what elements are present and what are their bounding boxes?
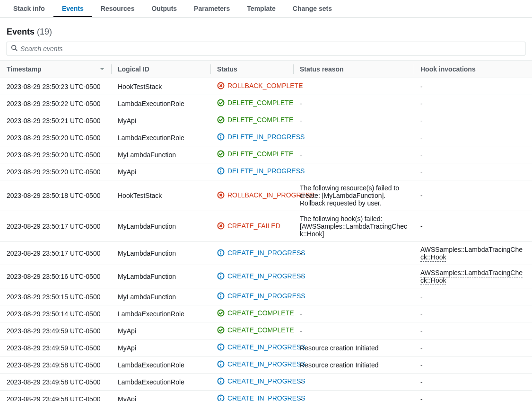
tab-outputs[interactable]: Outputs xyxy=(143,0,185,17)
hook-link[interactable]: AWSSamples::LambdaTracingCheck::Hook xyxy=(420,246,523,262)
table-row: 2023-08-29 23:49:59 UTC-0500MyApiCREATE_… xyxy=(0,339,532,356)
table-row: 2023-08-29 23:50:22 UTC-0500LambdaExecut… xyxy=(0,95,532,112)
cell-timestamp: 2023-08-29 23:49:58 UTC-0500 xyxy=(0,374,111,391)
search-box[interactable] xyxy=(7,42,525,55)
tab-template[interactable]: Template xyxy=(238,0,284,17)
svg-line-1 xyxy=(16,49,17,51)
info-icon xyxy=(217,272,225,281)
cell-hook: AWSSamples::LambdaTracingCheck::Hook xyxy=(414,265,532,288)
cell-hook: - xyxy=(414,112,532,129)
status-text: CREATE_COMPLETE xyxy=(227,326,294,334)
cell-timestamp: 2023-08-29 23:50:14 UTC-0500 xyxy=(0,305,111,322)
cell-timestamp: 2023-08-29 23:50:17 UTC-0500 xyxy=(0,242,111,265)
cell-logical-id: LambdaExecutionRole xyxy=(111,129,210,146)
events-section-header: Events (19) xyxy=(0,18,532,42)
table-row: 2023-08-29 23:49:58 UTC-0500MyApiCREATE_… xyxy=(0,391,532,401)
hook-link[interactable]: AWSSamples::LambdaTracingCheck::Hook xyxy=(420,269,523,285)
cell-reason: Resource creation Initiated xyxy=(293,356,414,374)
cell-timestamp: 2023-08-29 23:50:20 UTC-0500 xyxy=(0,163,111,180)
cell-timestamp: 2023-08-29 23:50:20 UTC-0500 xyxy=(0,146,111,163)
cell-hook: - xyxy=(414,288,532,305)
table-row: 2023-08-29 23:50:15 UTC-0500MyLambdaFunc… xyxy=(0,288,532,305)
cell-hook: - xyxy=(414,180,532,211)
cell-logical-id: MyApi xyxy=(111,339,210,356)
events-count: (19) xyxy=(37,27,52,36)
cell-timestamp: 2023-08-29 23:50:23 UTC-0500 xyxy=(0,78,111,95)
error-icon xyxy=(217,191,225,200)
cell-reason: - xyxy=(293,242,414,265)
cell-reason: The following resource(s) failed to crea… xyxy=(293,180,414,211)
cell-timestamp: 2023-08-29 23:49:59 UTC-0500 xyxy=(0,339,111,356)
col-timestamp[interactable]: Timestamp xyxy=(0,61,111,78)
cell-logical-id: MyLambdaFunction xyxy=(111,265,210,288)
info-icon xyxy=(217,343,225,352)
cell-status: CREATE_FAILED xyxy=(210,211,293,242)
cell-status: CREATE_IN_PROGRESS xyxy=(210,242,293,265)
cell-logical-id: MyApi xyxy=(111,112,210,129)
cell-timestamp: 2023-08-29 23:49:58 UTC-0500 xyxy=(0,391,111,401)
table-row: 2023-08-29 23:50:17 UTC-0500MyLambdaFunc… xyxy=(0,242,532,265)
success-icon xyxy=(217,326,225,335)
cell-hook: - xyxy=(414,146,532,163)
info-icon xyxy=(217,360,225,369)
cell-logical-id: LambdaExecutionRole xyxy=(111,356,210,374)
cell-hook: AWSSamples::LambdaTracingCheck::Hook xyxy=(414,242,532,265)
status-text: CREATE_IN_PROGRESS xyxy=(227,249,305,257)
cell-timestamp: 2023-08-29 23:49:58 UTC-0500 xyxy=(0,356,111,374)
table-header-row: Timestamp Logical ID Status Status reaso… xyxy=(0,61,532,78)
col-logical-id[interactable]: Logical ID xyxy=(111,61,210,78)
tab-stack-info[interactable]: Stack info xyxy=(5,0,53,17)
cell-reason: - xyxy=(293,146,414,163)
status-text: CREATE_IN_PROGRESS xyxy=(227,343,305,351)
cell-logical-id: LambdaExecutionRole xyxy=(111,305,210,322)
cell-status: CREATE_IN_PROGRESS xyxy=(210,265,293,288)
info-icon xyxy=(217,292,225,301)
svg-point-0 xyxy=(12,45,16,50)
info-icon xyxy=(217,133,225,142)
search-wrapper xyxy=(0,42,532,60)
status-text: DELETE_COMPLETE xyxy=(227,99,293,107)
col-hook-label: Hook invocations xyxy=(420,65,476,73)
cell-reason: - xyxy=(293,305,414,322)
cell-logical-id: LambdaExecutionRole xyxy=(111,95,210,112)
status-text: DELETE_IN_PROGRESS xyxy=(227,133,305,141)
cell-timestamp: 2023-08-29 23:50:16 UTC-0500 xyxy=(0,265,111,288)
cell-status: CREATE_IN_PROGRESS xyxy=(210,339,293,356)
cell-timestamp: 2023-08-29 23:50:18 UTC-0500 xyxy=(0,180,111,211)
cell-logical-id: MyApi xyxy=(111,163,210,180)
col-reason[interactable]: Status reason xyxy=(293,61,414,78)
tab-parameters[interactable]: Parameters xyxy=(185,0,238,17)
search-input[interactable] xyxy=(20,45,521,53)
cell-timestamp: 2023-08-29 23:49:59 UTC-0500 xyxy=(0,322,111,339)
cell-status: CREATE_IN_PROGRESS xyxy=(210,288,293,305)
status-text: CREATE_IN_PROGRESS xyxy=(227,377,305,385)
cell-hook: - xyxy=(414,391,532,401)
cell-reason: - xyxy=(293,288,414,305)
cell-hook: - xyxy=(414,305,532,322)
cell-status: DELETE_COMPLETE xyxy=(210,112,293,129)
cell-hook: - xyxy=(414,356,532,374)
info-icon xyxy=(217,249,225,258)
tab-resources[interactable]: Resources xyxy=(92,0,143,17)
tab-events[interactable]: Events xyxy=(53,0,92,17)
status-text: CREATE_FAILED xyxy=(227,222,280,230)
events-title: Events xyxy=(7,27,35,36)
col-hook[interactable]: Hook invocations xyxy=(414,61,532,78)
cell-reason: - xyxy=(293,129,414,146)
col-status-label: Status xyxy=(217,65,237,73)
table-row: 2023-08-29 23:50:20 UTC-0500LambdaExecut… xyxy=(0,129,532,146)
cell-reason: - xyxy=(293,374,414,391)
cell-reason: The following hook(s) failed: [AWSSample… xyxy=(293,211,414,242)
cell-status: DELETE_IN_PROGRESS xyxy=(210,163,293,180)
cell-hook: - xyxy=(414,322,532,339)
cell-timestamp: 2023-08-29 23:50:17 UTC-0500 xyxy=(0,211,111,242)
info-icon xyxy=(217,167,225,176)
status-text: DELETE_COMPLETE xyxy=(227,150,293,158)
status-text: DELETE_COMPLETE xyxy=(227,116,293,124)
cell-status: DELETE_IN_PROGRESS xyxy=(210,129,293,146)
cell-status: CREATE_COMPLETE xyxy=(210,305,293,322)
tab-change-sets[interactable]: Change sets xyxy=(284,0,340,17)
info-icon xyxy=(217,377,225,386)
tabs-bar: Stack infoEventsResourcesOutputsParamete… xyxy=(0,0,532,18)
col-status[interactable]: Status xyxy=(210,61,293,78)
